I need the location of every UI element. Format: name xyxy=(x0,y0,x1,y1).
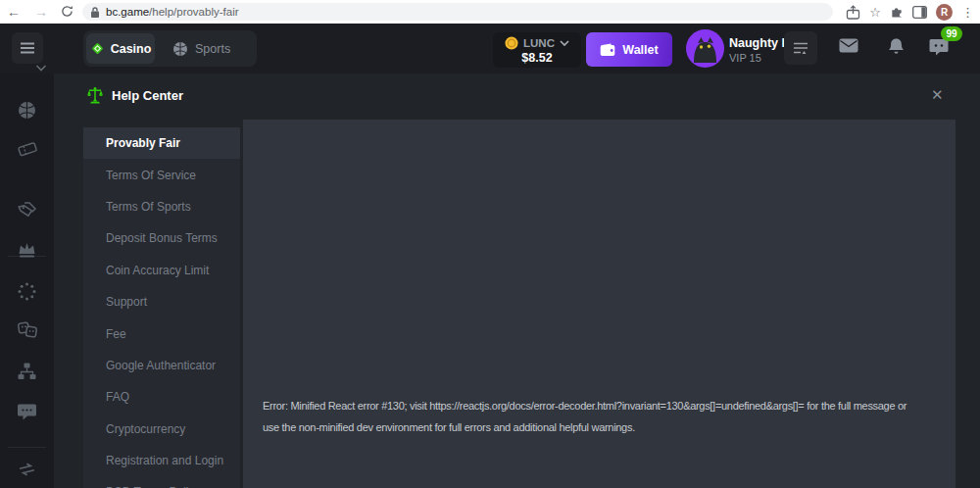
extensions-icon[interactable] xyxy=(890,5,904,19)
rail-bonus-icon[interactable] xyxy=(17,281,37,302)
coin-icon xyxy=(505,36,518,50)
rail-collapse-chevron-icon[interactable] xyxy=(35,65,47,72)
page-title: Help Center xyxy=(112,88,183,103)
chevron-down-icon xyxy=(560,40,569,46)
url-text: bc.game/help/provably-fair xyxy=(106,6,239,18)
close-icon: ✕ xyxy=(931,86,944,103)
casino-logo-icon xyxy=(90,41,105,56)
menu-item-cryptocurrency[interactable]: Cryptocurrency xyxy=(83,414,240,445)
menu-item-provably-fair[interactable]: Provably Fair xyxy=(83,127,240,159)
chat-button[interactable] xyxy=(929,38,949,60)
bet-list-button[interactable] xyxy=(784,31,817,65)
help-content-panel: Error: Minified React error #130; visit … xyxy=(243,120,956,488)
casino-label: Casino xyxy=(111,42,152,56)
lock-icon xyxy=(90,6,100,19)
browser-menu-kebab-icon[interactable]: ⋮ xyxy=(961,5,974,20)
rail-swap-icon[interactable] xyxy=(17,461,37,478)
username: Naughty Iv… xyxy=(729,36,790,50)
menu-item-terms-of-service[interactable]: Terms Of Service xyxy=(83,159,240,190)
browser-profile-avatar[interactable]: R xyxy=(936,4,953,21)
bell-icon xyxy=(888,37,905,56)
side-panel-icon[interactable] xyxy=(912,6,927,19)
rail-shop-tags-icon[interactable] xyxy=(17,200,37,220)
sports-icon xyxy=(172,41,188,57)
menu-item-support[interactable]: Support xyxy=(83,286,240,317)
hamburger-icon xyxy=(20,41,35,55)
react-error-message: Error: Minified React error #130; visit … xyxy=(263,395,906,438)
wallet-balance: $8.52 xyxy=(521,51,552,65)
wallet-label: Wallet xyxy=(622,43,658,57)
list-icon xyxy=(793,41,808,55)
vip-level: VIP 15 xyxy=(729,52,761,64)
help-center-menu: Provably Fair Terms Of Service Terms Of … xyxy=(83,127,240,488)
envelope-icon xyxy=(839,38,858,53)
chat-unread-badge: 99 xyxy=(941,26,962,41)
page: ← → bc.game/help/provably-fair ☆ R ⋮ Cas… xyxy=(0,0,980,488)
share-icon[interactable] xyxy=(846,5,860,20)
browser-chrome: ← → bc.game/help/provably-fair ☆ R ⋮ xyxy=(0,0,980,24)
rail-divider xyxy=(8,447,46,448)
sidebar-toggle-button[interactable] xyxy=(12,32,43,64)
left-sidebar-rail xyxy=(0,73,54,488)
menu-item-registration-and-login[interactable]: Registration and Login xyxy=(83,445,240,476)
currency-selector[interactable]: LUNC $8.52 xyxy=(493,32,581,68)
reload-icon[interactable] xyxy=(57,0,76,24)
wallet-button[interactable]: Wallet xyxy=(586,32,672,67)
wallet-icon xyxy=(600,43,615,57)
sports-label: Sports xyxy=(195,42,230,56)
notifications-button[interactable] xyxy=(888,37,905,60)
tab-sports[interactable]: Sports xyxy=(172,41,230,57)
rail-bets-ticket-icon[interactable] xyxy=(17,139,38,159)
rail-affiliate-icon[interactable] xyxy=(17,362,37,381)
rail-forum-chat-icon[interactable] xyxy=(17,403,37,421)
currency-code: LUNC xyxy=(523,37,555,49)
menu-item-terms-of-sports[interactable]: Terms Of Sports xyxy=(83,191,240,222)
monster-avatar-image xyxy=(686,29,724,68)
help-center-header: Help Center xyxy=(86,86,183,104)
messages-button[interactable] xyxy=(839,38,858,57)
address-bar[interactable]: bc.game/help/provably-fair xyxy=(82,3,833,21)
scales-icon xyxy=(86,86,104,104)
forward-icon[interactable]: → xyxy=(31,0,51,24)
user-avatar[interactable] xyxy=(686,29,724,68)
rail-sports-icon[interactable] xyxy=(17,100,37,121)
menu-item-coin-accuracy-limit[interactable]: Coin Accuracy Limit xyxy=(83,255,240,286)
menu-item-faq[interactable]: FAQ xyxy=(83,381,240,413)
site-topbar: Casino Sports LUNC $8.52 Wallet Naughty … xyxy=(0,24,980,73)
back-icon[interactable]: ← xyxy=(4,0,24,24)
bookmark-star-icon[interactable]: ☆ xyxy=(869,5,881,20)
tab-casino[interactable]: Casino xyxy=(86,33,155,64)
rail-vip-crown-icon[interactable] xyxy=(17,241,37,259)
menu-item-deposit-bonus-terms[interactable]: Deposit Bonus Terms xyxy=(83,222,240,254)
close-button[interactable]: ✕ xyxy=(931,86,944,104)
menu-item-fee[interactable]: Fee xyxy=(83,317,240,349)
menu-item-bcd-terms-policy[interactable]: BCD Terms Policy xyxy=(83,476,240,488)
rail-club-masks-icon[interactable] xyxy=(17,320,38,340)
casino-sports-switch: Casino Sports xyxy=(83,30,257,67)
menu-item-google-authenticator[interactable]: Google Authenticator xyxy=(83,350,240,381)
